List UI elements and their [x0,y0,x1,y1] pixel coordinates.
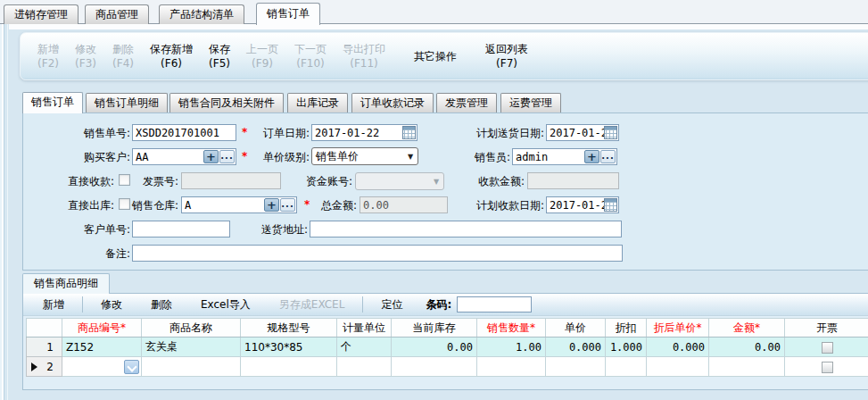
add-icon[interactable]: + [264,198,279,212]
add-icon[interactable]: + [203,150,219,163]
order-no-input[interactable] [132,124,236,141]
items-save-as-excel-button[interactable]: 另存成EXCEL [265,295,360,315]
planned-receipt-date-value: 2017-01-22 [547,199,604,212]
customer-combo[interactable]: AA + ... [132,148,236,165]
price-level-label: 单价级别: [247,150,310,165]
toolbar-button-shortcut: (F5) [209,56,230,71]
order-date-picker[interactable]: 2017-01-22 [311,124,417,141]
cell-spec-model[interactable]: 110*30*85 [241,338,337,357]
toolbar-export-print-button[interactable]: 导出打印 (F11) [335,37,393,76]
cell-product-name[interactable]: 玄关桌 [142,338,241,357]
subtab-contract-attachments[interactable]: 销售合同及相关附件 [169,93,284,112]
fund-account-select: ▼ [355,172,444,190]
toolbar-new-button[interactable]: 新增 (F2) [29,37,67,76]
planned-receipt-date-picker[interactable]: 2017-01-22 [546,196,619,213]
subtab-invoice-mgmt[interactable]: 发票管理 [436,93,497,112]
cell-unit[interactable]: 个 [337,338,392,357]
cell-sales-qty[interactable] [477,357,546,377]
cell-sales-qty[interactable]: 1.00 [477,338,546,357]
invoiced-checkbox[interactable] [822,362,833,373]
cell-unit-price[interactable] [546,357,606,377]
toolbar-other-ops-button[interactable]: 其它操作 [406,37,465,76]
tab-items-detail[interactable]: 销售商品明细 [22,273,110,294]
barcode-input[interactable] [457,296,532,312]
total-amount-label: 总金额: [308,198,357,213]
cell-current-stock[interactable] [392,357,477,377]
toolbar-button-label: 保存新增 [150,42,193,56]
tab-inventory-mgmt[interactable]: 进销存管理 [4,4,79,24]
col-unit-price: 单价 [546,319,606,338]
cell-product-name[interactable] [142,357,241,377]
price-level-select[interactable]: 销售单价 ▼ [311,147,418,165]
tab-sales-order[interactable]: 销售订单 [256,3,320,25]
calendar-icon[interactable] [604,198,617,212]
items-locate-button[interactable]: 定位 [367,295,417,315]
invoiced-checkbox[interactable] [822,342,833,354]
cell-discount[interactable]: 1.000 [606,338,647,357]
remark-input[interactable] [132,245,623,262]
invoice-no-input [181,172,281,189]
calendar-icon[interactable] [402,126,416,139]
customer-order-no-input[interactable] [132,221,230,238]
planned-receipt-date-label: 计划收款日期: [446,198,544,213]
col-discount: 折扣 [606,319,647,338]
planned-delivery-date-picker[interactable]: 2017-01-22 [546,124,619,141]
add-icon[interactable]: + [584,150,599,163]
warehouse-combo[interactable]: A + ... [181,196,297,213]
window-left-edge [0,24,9,400]
delivery-address-input[interactable] [310,221,622,238]
price-level-value: 销售单价 [312,149,403,164]
toolbar-save-button[interactable]: 保存 (F5) [201,37,238,76]
row-number-cell[interactable]: 2 [27,357,62,377]
subtab-receipt-records[interactable]: 订单收款记录 [351,93,434,112]
cell-discount[interactable] [606,357,647,377]
dropdown-icon[interactable] [124,360,139,374]
subtab-sales-order-detail[interactable]: 销售订单明细 [86,93,168,112]
separator [362,296,363,312]
subtab-sales-order[interactable]: 销售订单 [22,92,83,113]
cell-product-code[interactable] [62,357,142,377]
col-unit: 计量单位 [337,319,392,338]
toolbar-save-new-button[interactable]: 保存新增 (F6) [142,37,201,76]
col-discounted-price: 折后单价* [647,319,709,338]
toolbar-back-to-list-button[interactable]: 返回列表 (F7) [477,37,536,76]
cell-discounted-price[interactable]: 0.000 [647,338,709,357]
calendar-icon[interactable] [604,126,617,139]
receipt-amount-input [527,172,619,189]
tab-product-mgmt[interactable]: 商品管理 [85,4,149,24]
subtab-outbound-records[interactable]: 出库记录 [287,93,348,112]
items-delete-button[interactable]: 删除 [136,295,186,315]
ellipsis-icon[interactable]: ... [600,150,616,163]
current-row-indicator-icon [31,362,37,371]
row-number-cell[interactable]: 1 [27,338,62,357]
col-invoiced: 开票 [785,319,868,338]
cell-product-code[interactable]: Z152 [62,338,142,357]
toolbar-next-page-button[interactable]: 下一页 (F10) [286,37,335,76]
cell-amount[interactable]: 0.00 [709,338,785,357]
row-number: 2 [46,361,54,373]
cell-discounted-price[interactable] [647,357,709,377]
cell-amount[interactable] [709,357,785,377]
toolbar-delete-button[interactable]: 删除 (F4) [104,37,142,76]
cell-unit[interactable] [337,357,392,377]
cell-spec-model[interactable] [241,357,337,377]
ellipsis-icon[interactable]: ... [219,150,235,163]
items-add-button[interactable]: 新增 [29,295,79,315]
cell-unit-price[interactable]: 0.000 [546,338,606,357]
toolbar-button-label: 下一页 [294,42,327,56]
ellipsis-icon[interactable]: ... [280,198,295,212]
toolbar-edit-button[interactable]: 修改 (F3) [67,37,104,76]
col-current-stock: 当前库存 [392,319,477,338]
cell-current-stock[interactable]: 0.00 [392,338,477,357]
toolbar-button-label: 新增 [37,42,59,56]
grid-row-2: 2 [27,357,868,377]
tab-product-structure[interactable]: 产品结构清单 [159,4,244,24]
toolbar-prev-page-button[interactable]: 上一页 (F9) [238,37,286,76]
customer-order-no-label: 客户单号: [41,222,130,238]
subtab-freight-mgmt[interactable]: 运费管理 [500,93,561,112]
items-panel: 新增 修改 删除 Excel导入 另存成EXCEL 定位 条码: 商品编号* 商… [22,293,868,390]
toolbar-button-shortcut: (F3) [75,56,96,71]
items-excel-import-button[interactable]: Excel导入 [186,295,265,315]
items-edit-button[interactable]: 修改 [87,295,136,315]
salesman-combo[interactable]: admin + ... [512,148,617,165]
